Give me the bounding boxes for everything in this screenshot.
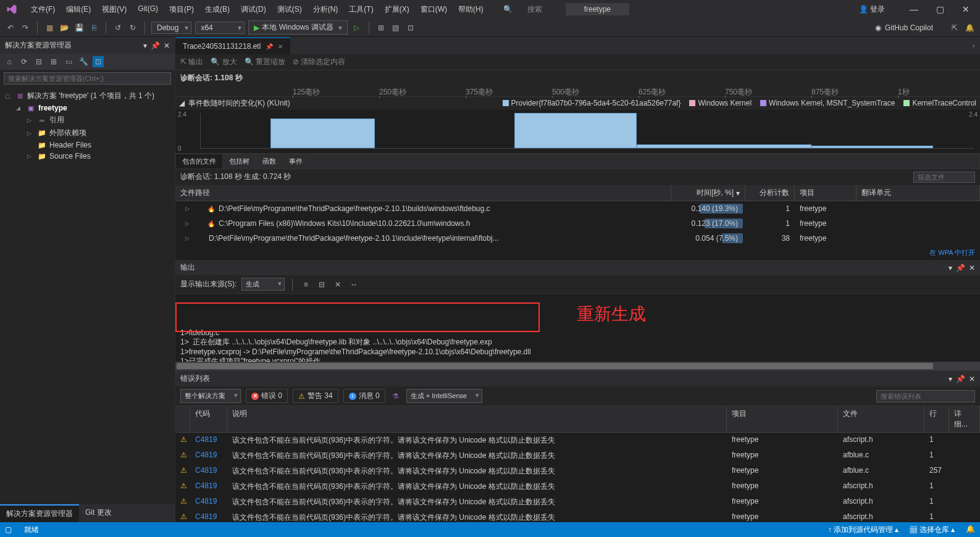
start-without-debug-icon[interactable]: ▷ [351, 22, 362, 33]
menu-item[interactable]: 窗口(W) [416, 2, 452, 17]
sub-tab[interactable]: 函数 [256, 154, 283, 169]
filter-files-input[interactable] [913, 172, 975, 183]
sub-tab[interactable]: 包含的文件 [176, 154, 223, 169]
scope-combo[interactable]: 整个解决方案 [180, 389, 241, 403]
col-code[interactable]: 代码 [190, 406, 227, 432]
menu-item[interactable]: 文件(F) [26, 2, 60, 17]
project-node[interactable]: ◢▣ freetype [14, 102, 172, 114]
clear-selection-link[interactable]: ⊘ 清除选定内容 [293, 57, 345, 67]
col-time[interactable]: 时间[秒, %]▾ [671, 185, 745, 201]
menu-item[interactable]: Git(G) [133, 2, 163, 17]
preview-icon[interactable]: ⊡ [93, 56, 104, 67]
menu-item[interactable]: 视图(V) [97, 2, 132, 17]
menu-item[interactable]: 测试(S) [272, 2, 307, 17]
col-proj[interactable]: 项目 [727, 406, 838, 432]
save-icon[interactable]: 💾 [73, 22, 85, 33]
chart-area[interactable]: 2.4 0 2.4 [175, 110, 980, 154]
source-files-node[interactable]: ▷📁Source Files [25, 151, 172, 162]
output-link[interactable]: ⇱ 输出 [180, 57, 203, 67]
repo-button[interactable]: ▦ 选择仓库 ▴ [910, 525, 955, 535]
close-button[interactable]: ✕ [957, 4, 975, 14]
error-row[interactable]: ⚠C4819该文件包含不能在当前代码页(936)中表示的字符。请将该文件保存为 … [175, 494, 980, 510]
config-combo[interactable]: Debug [151, 22, 191, 34]
col-path[interactable]: 文件路径 [175, 185, 671, 201]
chart-expander-icon[interactable]: ◢ [179, 99, 185, 107]
tab-solution-explorer[interactable]: 解决方案资源管理器 [0, 504, 79, 522]
error-row[interactable]: ⚠C4819该文件包含不能在当前代码页(936)中表示的字符。请将该文件保存为 … [175, 510, 980, 522]
filter-icon[interactable]: ⚗ [390, 391, 401, 402]
panel-close-icon[interactable]: ✕ [164, 41, 170, 50]
menu-item[interactable]: 项目(P) [164, 2, 199, 17]
col-count[interactable]: 分析计数 [745, 185, 795, 201]
timeline-ruler[interactable]: 125毫秒250毫秒375毫秒500毫秒625毫秒750毫秒875毫秒1秒 [175, 86, 980, 97]
table-row[interactable]: ▷🔥C:\Program Files (x86)\Windows Kits\10… [175, 216, 980, 231]
tool-icon-1[interactable]: ⊞ [375, 22, 387, 33]
search-icon[interactable]: 🔍 [503, 5, 513, 14]
panel-dropdown-icon[interactable]: ▾ [949, 264, 952, 272]
home-icon[interactable]: ⌂ [4, 56, 15, 67]
col-line[interactable]: 行 [924, 406, 949, 432]
error-row[interactable]: ⚠C4819该文件包含不能在当前代码页(936)中表示的字符。请将该文件保存为 … [175, 433, 980, 448]
panel-close-icon[interactable]: ✕ [969, 264, 975, 272]
nav-fwd-icon[interactable]: ↷ [20, 22, 31, 33]
panel-dropdown-icon[interactable]: ▾ [143, 41, 147, 50]
sub-tab[interactable]: 事件 [283, 154, 309, 169]
reset-zoom-link[interactable]: 🔍 重置缩放 [245, 57, 285, 67]
menu-item[interactable]: 调试(D) [236, 2, 271, 17]
build-mode-combo[interactable]: 生成 + IntelliSense [406, 389, 482, 403]
header-files-node[interactable]: 📁Header Files [25, 139, 172, 151]
pin-tab-icon[interactable]: 📌 [266, 43, 273, 50]
sync-icon[interactable]: ⟳ [19, 56, 30, 67]
output-content[interactable]: 重新生成 1>ftdebug.c1> 正在创建库 ..\..\..\..\obj… [175, 294, 980, 362]
out-tool-icon[interactable]: ✕ [332, 279, 343, 290]
notifications-icon[interactable]: 🔔 [966, 525, 975, 535]
out-tool-icon[interactable]: ⊟ [316, 279, 327, 290]
warnings-filter-button[interactable]: ⚠警告 34 [293, 389, 338, 403]
redo-icon[interactable]: ↻ [127, 22, 138, 33]
messages-filter-button[interactable]: i消息 0 [343, 389, 385, 403]
start-debug-button[interactable]: ▶ 本地 Windows 调试器 ▾ [248, 20, 347, 35]
menu-item[interactable]: 工具(T) [344, 2, 378, 17]
col-desc[interactable]: 说明 [227, 406, 727, 432]
share-icon[interactable]: ⇱ [949, 22, 960, 33]
col-sup[interactable]: 详细... [949, 406, 980, 432]
error-search-input[interactable] [876, 390, 975, 402]
new-project-icon[interactable]: ▦ [44, 22, 55, 33]
solution-name-box[interactable]: freetype [566, 3, 629, 15]
tool-icon-2[interactable]: ▤ [390, 22, 401, 33]
menu-item[interactable]: 扩展(X) [380, 2, 414, 17]
copilot-button[interactable]: ◉ GitHub Copilot [875, 23, 933, 32]
maximize-button[interactable]: ▢ [931, 4, 949, 14]
pin-icon[interactable]: 📌 [956, 264, 965, 272]
undo-icon[interactable]: ↺ [112, 22, 124, 33]
menu-item[interactable]: 帮助(H) [453, 2, 488, 17]
menu-item[interactable]: 编辑(E) [61, 2, 96, 17]
table-row[interactable]: ▷D:\PetFile\myPrograme\theThridPackage\f… [175, 231, 980, 246]
open-icon[interactable]: 📂 [59, 22, 70, 33]
col-project[interactable]: 项目 [795, 185, 856, 201]
output-source-combo[interactable]: 生成 [241, 278, 285, 291]
bell-icon[interactable]: 🔔 [964, 22, 975, 33]
out-tool-icon[interactable]: ≡ [300, 279, 311, 290]
panel-dropdown-icon[interactable]: ▾ [949, 375, 952, 383]
source-control-button[interactable]: ↑ 添加到源代码管理 ▴ [828, 525, 899, 535]
table-row[interactable]: ▷🔥D:\PetFile\myPrograme\theThridPackage\… [175, 201, 980, 216]
minimize-button[interactable]: — [905, 4, 923, 14]
solution-search-input[interactable] [4, 72, 171, 85]
show-all-icon[interactable]: ⊞ [48, 56, 59, 67]
pin-icon[interactable]: 📌 [956, 375, 965, 383]
out-tool-icon[interactable]: ↔ [348, 279, 359, 290]
view-icon[interactable]: ▭ [63, 56, 74, 67]
output-scrollbar-h[interactable] [175, 362, 980, 370]
tool-icon-3[interactable]: ⊡ [405, 22, 416, 33]
save-all-icon[interactable]: ⎘ [88, 22, 99, 33]
error-row[interactable]: ⚠C4819该文件包含不能在当前代码页(936)中表示的字符。请将该文件保存为 … [175, 479, 980, 494]
tab-git-changes[interactable]: Git 更改 [79, 504, 118, 522]
references-node[interactable]: ▷▫▫引用 [25, 114, 172, 127]
solution-node[interactable]: ▢⊞ 解决方案 'freetype' (1 个项目，共 1 个) [2, 90, 172, 102]
error-row[interactable]: ⚠C4819该文件包含不能在当前代码页(936)中表示的字符。请将该文件保存为 … [175, 464, 980, 479]
close-tab-icon[interactable]: ✕ [278, 43, 283, 50]
collapse-icon[interactable]: ⊟ [33, 56, 44, 67]
open-in-wpa-link[interactable]: 在 WPA 中打开 [175, 246, 980, 260]
col-unit[interactable]: 翻译单元 [856, 185, 980, 201]
